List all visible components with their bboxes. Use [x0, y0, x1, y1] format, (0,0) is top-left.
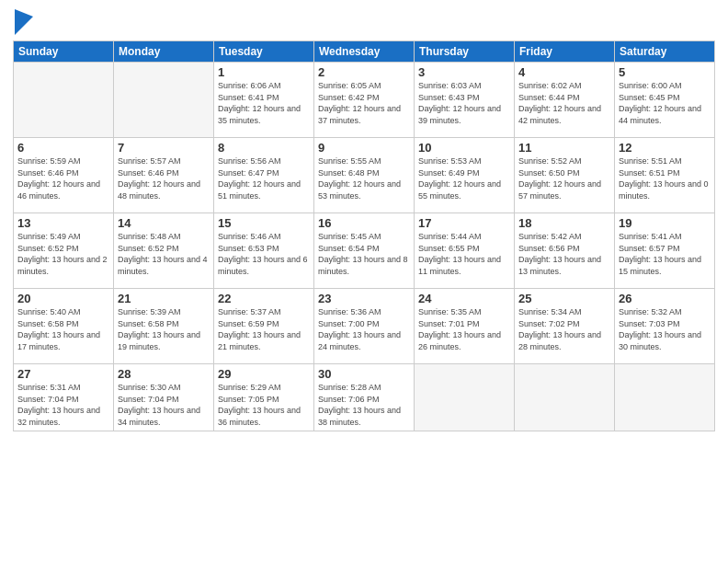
- day-number: 22: [218, 292, 310, 305]
- day-number: 28: [118, 367, 210, 381]
- day-info: Sunrise: 5:36 AMSunset: 7:00 PMDaylight:…: [318, 306, 410, 352]
- calendar-cell: 15Sunrise: 5:46 AMSunset: 6:53 PMDayligh…: [214, 213, 314, 289]
- calendar-cell: [615, 364, 715, 431]
- svg-marker-0: [15, 9, 33, 35]
- calendar-cell: 1Sunrise: 6:06 AMSunset: 6:41 PMDaylight…: [214, 63, 314, 138]
- calendar-cell: 27Sunrise: 5:31 AMSunset: 7:04 PMDayligh…: [14, 364, 114, 431]
- day-number: 4: [518, 65, 610, 79]
- day-info: Sunrise: 5:46 AMSunset: 6:53 PMDaylight:…: [218, 231, 310, 277]
- calendar-cell: 2Sunrise: 6:05 AMSunset: 6:42 PMDaylight…: [314, 63, 415, 138]
- day-info: Sunrise: 5:32 AMSunset: 7:03 PMDaylight:…: [619, 306, 711, 352]
- calendar-header-row: SundayMondayTuesdayWednesdayThursdayFrid…: [14, 41, 715, 63]
- day-info: Sunrise: 5:34 AMSunset: 7:02 PMDaylight:…: [518, 306, 610, 352]
- calendar-cell: 4Sunrise: 6:02 AMSunset: 6:44 PMDaylight…: [515, 63, 615, 138]
- day-of-week-header: Wednesday: [314, 41, 415, 63]
- calendar-cell: 23Sunrise: 5:36 AMSunset: 7:00 PMDayligh…: [314, 289, 415, 364]
- calendar-cell: 3Sunrise: 6:03 AMSunset: 6:43 PMDaylight…: [415, 63, 515, 138]
- day-info: Sunrise: 5:35 AMSunset: 7:01 PMDaylight:…: [418, 306, 510, 352]
- day-info: Sunrise: 6:00 AMSunset: 6:45 PMDaylight:…: [619, 80, 711, 126]
- calendar-cell: 25Sunrise: 5:34 AMSunset: 7:02 PMDayligh…: [515, 289, 615, 364]
- day-number: 17: [418, 216, 510, 230]
- day-info: Sunrise: 5:57 AMSunset: 6:46 PMDaylight:…: [118, 155, 210, 201]
- calendar-cell: 11Sunrise: 5:52 AMSunset: 6:50 PMDayligh…: [515, 138, 615, 213]
- calendar: SundayMondayTuesdayWednesdayThursdayFrid…: [13, 40, 715, 431]
- day-info: Sunrise: 5:44 AMSunset: 6:55 PMDaylight:…: [418, 231, 510, 277]
- day-of-week-header: Friday: [515, 41, 615, 63]
- day-of-week-header: Sunday: [14, 41, 114, 63]
- day-info: Sunrise: 5:59 AMSunset: 6:46 PMDaylight:…: [17, 155, 109, 201]
- logo-icon: [15, 9, 33, 35]
- day-number: 23: [318, 292, 410, 305]
- day-number: 29: [218, 367, 310, 381]
- day-info: Sunrise: 5:42 AMSunset: 6:56 PMDaylight:…: [518, 231, 610, 277]
- day-info: Sunrise: 5:53 AMSunset: 6:49 PMDaylight:…: [418, 155, 510, 201]
- day-info: Sunrise: 5:56 AMSunset: 6:47 PMDaylight:…: [218, 155, 310, 201]
- day-info: Sunrise: 5:37 AMSunset: 6:59 PMDaylight:…: [218, 306, 310, 352]
- day-info: Sunrise: 5:52 AMSunset: 6:50 PMDaylight:…: [518, 155, 610, 201]
- header: [13, 9, 715, 35]
- day-number: 15: [218, 216, 310, 230]
- day-info: Sunrise: 5:31 AMSunset: 7:04 PMDaylight:…: [17, 382, 109, 428]
- calendar-cell: 21Sunrise: 5:39 AMSunset: 6:58 PMDayligh…: [114, 289, 214, 364]
- calendar-cell: 24Sunrise: 5:35 AMSunset: 7:01 PMDayligh…: [415, 289, 515, 364]
- day-info: Sunrise: 6:05 AMSunset: 6:42 PMDaylight:…: [318, 80, 410, 126]
- day-number: 13: [17, 216, 109, 230]
- day-number: 3: [418, 65, 510, 79]
- page: SundayMondayTuesdayWednesdayThursdayFrid…: [0, 0, 728, 563]
- day-info: Sunrise: 5:30 AMSunset: 7:04 PMDaylight:…: [118, 382, 210, 428]
- calendar-week-row: 1Sunrise: 6:06 AMSunset: 6:41 PMDaylight…: [14, 63, 715, 138]
- day-number: 7: [118, 141, 210, 155]
- calendar-cell: 29Sunrise: 5:29 AMSunset: 7:05 PMDayligh…: [214, 364, 314, 431]
- day-number: 26: [619, 292, 711, 305]
- calendar-cell: 9Sunrise: 5:55 AMSunset: 6:48 PMDaylight…: [314, 138, 415, 213]
- day-number: 11: [518, 141, 610, 155]
- day-number: 21: [118, 292, 210, 305]
- calendar-cell: 20Sunrise: 5:40 AMSunset: 6:58 PMDayligh…: [14, 289, 114, 364]
- calendar-week-row: 27Sunrise: 5:31 AMSunset: 7:04 PMDayligh…: [14, 364, 715, 431]
- day-number: 20: [17, 292, 109, 305]
- day-number: 5: [619, 65, 711, 79]
- calendar-cell: 5Sunrise: 6:00 AMSunset: 6:45 PMDaylight…: [615, 63, 715, 138]
- day-of-week-header: Thursday: [415, 41, 515, 63]
- day-number: 12: [619, 141, 711, 155]
- calendar-cell: 13Sunrise: 5:49 AMSunset: 6:52 PMDayligh…: [14, 213, 114, 289]
- day-info: Sunrise: 5:45 AMSunset: 6:54 PMDaylight:…: [318, 231, 410, 277]
- day-number: 10: [418, 141, 510, 155]
- day-number: 2: [318, 65, 410, 79]
- calendar-cell: 16Sunrise: 5:45 AMSunset: 6:54 PMDayligh…: [314, 213, 415, 289]
- day-number: 16: [318, 216, 410, 230]
- day-number: 6: [17, 141, 109, 155]
- day-info: Sunrise: 5:29 AMSunset: 7:05 PMDaylight:…: [218, 382, 310, 428]
- day-number: 30: [318, 367, 410, 381]
- calendar-cell: [114, 63, 214, 138]
- calendar-cell: 8Sunrise: 5:56 AMSunset: 6:47 PMDaylight…: [214, 138, 314, 213]
- day-info: Sunrise: 5:51 AMSunset: 6:51 PMDaylight:…: [619, 155, 711, 201]
- calendar-cell: 17Sunrise: 5:44 AMSunset: 6:55 PMDayligh…: [415, 213, 515, 289]
- calendar-week-row: 13Sunrise: 5:49 AMSunset: 6:52 PMDayligh…: [14, 213, 715, 289]
- day-number: 25: [518, 292, 610, 305]
- day-number: 8: [218, 141, 310, 155]
- day-number: 24: [418, 292, 510, 305]
- day-number: 18: [518, 216, 610, 230]
- day-info: Sunrise: 6:06 AMSunset: 6:41 PMDaylight:…: [218, 80, 310, 126]
- day-info: Sunrise: 6:03 AMSunset: 6:43 PMDaylight:…: [418, 80, 510, 126]
- day-info: Sunrise: 5:39 AMSunset: 6:58 PMDaylight:…: [118, 306, 210, 352]
- day-number: 9: [318, 141, 410, 155]
- day-number: 19: [619, 216, 711, 230]
- day-info: Sunrise: 6:02 AMSunset: 6:44 PMDaylight:…: [518, 80, 610, 126]
- logo: [13, 9, 33, 35]
- calendar-cell: [14, 63, 114, 138]
- calendar-cell: 19Sunrise: 5:41 AMSunset: 6:57 PMDayligh…: [615, 213, 715, 289]
- calendar-cell: 12Sunrise: 5:51 AMSunset: 6:51 PMDayligh…: [615, 138, 715, 213]
- calendar-cell: 10Sunrise: 5:53 AMSunset: 6:49 PMDayligh…: [415, 138, 515, 213]
- calendar-cell: 7Sunrise: 5:57 AMSunset: 6:46 PMDaylight…: [114, 138, 214, 213]
- calendar-cell: 28Sunrise: 5:30 AMSunset: 7:04 PMDayligh…: [114, 364, 214, 431]
- day-info: Sunrise: 5:41 AMSunset: 6:57 PMDaylight:…: [619, 231, 711, 277]
- day-info: Sunrise: 5:40 AMSunset: 6:58 PMDaylight:…: [17, 306, 109, 352]
- day-info: Sunrise: 5:28 AMSunset: 7:06 PMDaylight:…: [318, 382, 410, 428]
- day-of-week-header: Monday: [114, 41, 214, 63]
- calendar-cell: 26Sunrise: 5:32 AMSunset: 7:03 PMDayligh…: [615, 289, 715, 364]
- calendar-cell: 30Sunrise: 5:28 AMSunset: 7:06 PMDayligh…: [314, 364, 415, 431]
- day-info: Sunrise: 5:55 AMSunset: 6:48 PMDaylight:…: [318, 155, 410, 201]
- day-number: 27: [17, 367, 109, 381]
